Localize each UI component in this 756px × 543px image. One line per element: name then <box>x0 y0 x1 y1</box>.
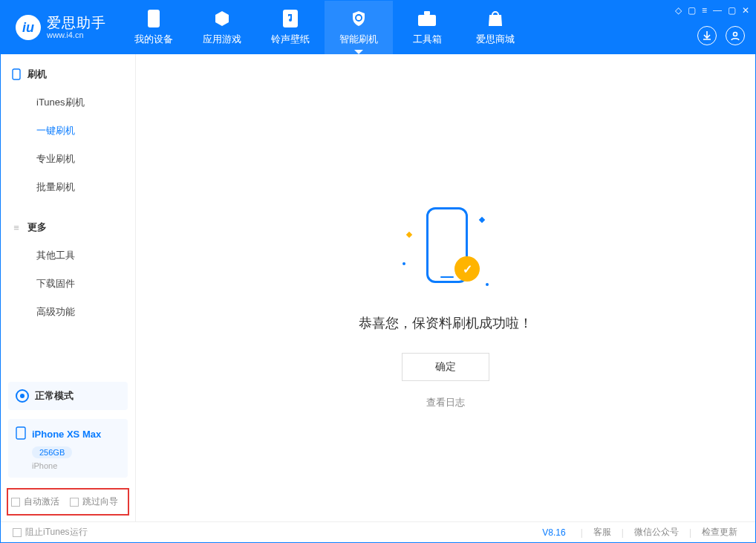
nav-label: 工具箱 <box>413 33 442 46</box>
success-illustration: ✓ <box>401 203 490 292</box>
check-update-link[interactable]: 检查更新 <box>696 526 743 539</box>
main-content: ✓ 恭喜您，保资料刷机成功啦！ 确定 查看日志 <box>136 54 755 521</box>
nav-ringtones[interactable]: 铃声壁纸 <box>256 1 325 54</box>
version-label: V8.16 <box>542 527 565 538</box>
checkbox-icon <box>11 498 20 507</box>
checkbox-icon <box>70 498 79 507</box>
sidebar-item-pro-flash[interactable]: 专业刷机 <box>1 145 135 173</box>
nav-apps-games[interactable]: 应用游戏 <box>188 1 256 54</box>
block-itunes-checkbox[interactable]: 阻止iTunes运行 <box>13 526 88 539</box>
maximize-icon[interactable]: ▢ <box>728 5 736 16</box>
cube-icon <box>212 9 232 28</box>
wechat-link[interactable]: 微信公众号 <box>628 526 685 539</box>
device-phone-icon <box>16 426 26 442</box>
device-card[interactable]: iPhone XS Max 256GB iPhone <box>8 419 128 478</box>
device-storage-badge: 256GB <box>32 446 72 458</box>
sidebar-item-other-tools[interactable]: 其他工具 <box>1 241 135 270</box>
download-icon[interactable] <box>697 26 717 45</box>
success-check-icon: ✓ <box>454 256 480 282</box>
list-icon: ≡ <box>11 222 22 233</box>
device-name: iPhone XS Max <box>32 429 101 440</box>
user-icon[interactable] <box>726 26 745 45</box>
support-link[interactable]: 客服 <box>587 526 617 539</box>
nav-label: 智能刷机 <box>339 33 378 46</box>
group-label: 刷机 <box>27 68 47 81</box>
options-highlight-box: 自动激活 跳过向导 <box>7 488 129 516</box>
device-icon <box>11 69 22 79</box>
shirt-icon[interactable]: ◇ <box>675 5 682 16</box>
sidebar-group-flash: 刷机 <box>1 60 135 88</box>
toolbox-icon <box>417 9 437 28</box>
view-log-link[interactable]: 查看日志 <box>426 396 465 409</box>
group-label: 更多 <box>27 221 47 234</box>
svg-rect-3 <box>418 15 436 26</box>
menu-icon[interactable]: ≡ <box>702 5 707 16</box>
sidebar-item-download-firmware[interactable]: 下载固件 <box>1 270 135 298</box>
shield-refresh-icon <box>349 9 368 28</box>
logo-icon: iu <box>16 15 41 40</box>
skip-guide-checkbox[interactable]: 跳过向导 <box>70 495 118 508</box>
nav-label: 我的设备 <box>134 33 173 46</box>
nav-label: 爱思商城 <box>476 33 515 46</box>
sidebar-item-batch-flash[interactable]: 批量刷机 <box>1 173 135 201</box>
checkbox-label: 自动激活 <box>24 495 59 508</box>
status-bar: 阻止iTunes运行 V8.16 | 客服 | 微信公众号 | 检查更新 <box>1 521 755 542</box>
checkbox-label: 阻止iTunes运行 <box>25 526 88 539</box>
phone-icon <box>144 9 163 28</box>
sidebar-group-more: ≡ 更多 <box>1 213 135 241</box>
logo-subtitle: www.i4.cn <box>47 30 106 39</box>
bag-icon <box>486 9 505 28</box>
mode-card[interactable]: 正常模式 <box>8 382 128 410</box>
mode-indicator-icon <box>16 389 29 403</box>
nav-toolbox[interactable]: 工具箱 <box>393 1 461 54</box>
nav-label: 铃声壁纸 <box>271 33 310 46</box>
success-message: 恭喜您，保资料刷机成功啦！ <box>359 314 532 332</box>
sidebar-item-itunes-flash[interactable]: iTunes刷机 <box>1 88 135 117</box>
auto-activate-checkbox[interactable]: 自动激活 <box>11 495 59 508</box>
svg-rect-7 <box>16 427 25 439</box>
checkbox-icon <box>13 528 22 537</box>
svg-rect-4 <box>424 11 430 15</box>
sidebar-item-advanced[interactable]: 高级功能 <box>1 298 135 326</box>
logo-title: 爱思助手 <box>47 16 106 31</box>
window-controls: ◇ ▢ ≡ — ▢ ✕ <box>675 5 749 16</box>
ok-button[interactable]: 确定 <box>402 353 489 381</box>
music-file-icon <box>281 9 300 28</box>
svg-rect-0 <box>148 10 160 27</box>
nav-store[interactable]: 爱思商城 <box>461 1 529 54</box>
nav-label: 应用游戏 <box>203 33 241 46</box>
checkbox-label: 跳过向导 <box>82 495 118 508</box>
close-icon[interactable]: ✕ <box>742 5 749 16</box>
mode-label: 正常模式 <box>35 389 74 403</box>
svg-point-5 <box>734 33 737 36</box>
nav-smart-flash[interactable]: 智能刷机 <box>325 1 393 54</box>
sidebar: 刷机 iTunes刷机 一键刷机 专业刷机 批量刷机 ≡ 更多 其他工具 下载固… <box>1 54 136 521</box>
app-header: iu 爱思助手 www.i4.cn 我的设备 应用游戏 铃声壁纸 智能刷机 工具… <box>1 1 755 54</box>
feedback-icon[interactable]: ▢ <box>688 5 696 16</box>
app-logo: iu 爱思助手 www.i4.cn <box>1 15 120 40</box>
nav-my-device[interactable]: 我的设备 <box>120 1 188 54</box>
svg-rect-6 <box>13 69 20 79</box>
sidebar-item-oneclick-flash[interactable]: 一键刷机 <box>1 117 135 145</box>
top-nav: 我的设备 应用游戏 铃声壁纸 智能刷机 工具箱 爱思商城 <box>120 1 529 54</box>
minimize-icon[interactable]: — <box>713 5 722 16</box>
device-type: iPhone <box>32 461 120 470</box>
